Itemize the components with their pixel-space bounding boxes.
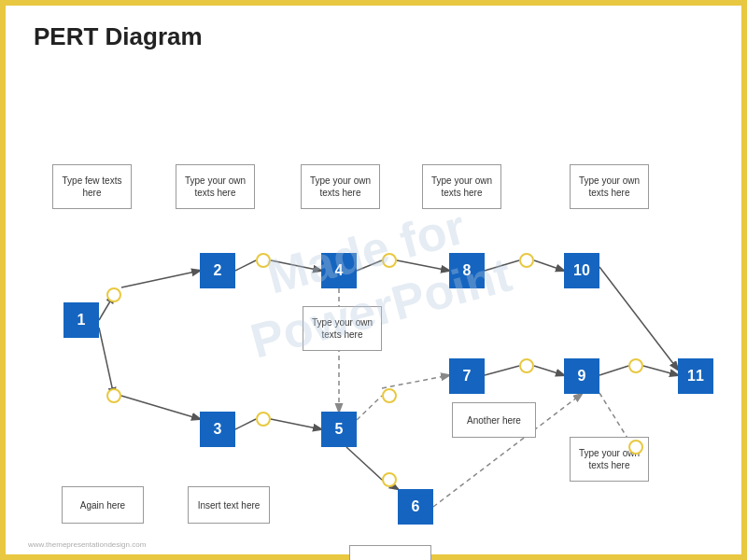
svg-line-21 — [599, 267, 678, 370]
svg-line-3 — [121, 396, 200, 419]
svg-line-20 — [643, 366, 678, 375]
circle-11 — [628, 440, 643, 455]
node-3: 3 — [200, 412, 235, 447]
circle-2 — [106, 388, 121, 403]
node-8: 8 — [449, 253, 485, 288]
label-type-own-4: Type your own texts here — [570, 164, 649, 209]
circle-1 — [106, 287, 121, 302]
svg-line-13 — [382, 375, 449, 388]
label-type-own-2: Type your own texts here — [301, 164, 380, 209]
svg-line-10 — [485, 260, 519, 271]
label-type-few: Type few texts here — [52, 164, 132, 209]
circle-6 — [382, 388, 397, 403]
label-again: Again here — [62, 486, 144, 524]
node-2: 2 — [200, 253, 235, 288]
circle-5 — [382, 253, 397, 268]
node-6: 6 — [398, 489, 433, 525]
pert-diagram: 1 2 3 4 5 6 7 8 9 10 11 Type few texts h… — [24, 71, 734, 547]
circle-3 — [256, 253, 271, 268]
circle-4 — [256, 412, 271, 427]
node-4: 4 — [321, 253, 357, 288]
svg-line-19 — [599, 366, 628, 375]
label-here-as-well: Here as well — [349, 545, 431, 560]
svg-line-11 — [534, 260, 564, 271]
svg-line-7 — [271, 419, 321, 429]
circle-10 — [628, 358, 643, 373]
node-5: 5 — [321, 412, 357, 447]
label-type-own-3: Type your own texts here — [422, 164, 501, 209]
circle-8 — [519, 253, 534, 268]
svg-line-12 — [357, 396, 382, 420]
circle-9 — [519, 358, 534, 373]
svg-line-1 — [121, 271, 200, 287]
circle-7 — [382, 472, 397, 487]
svg-line-5 — [271, 260, 321, 271]
node-7: 7 — [449, 358, 485, 394]
node-11: 11 — [678, 358, 713, 394]
svg-line-17 — [485, 366, 519, 375]
node-9: 9 — [564, 358, 599, 394]
svg-line-18 — [534, 366, 564, 375]
svg-line-6 — [235, 419, 256, 429]
svg-line-9 — [397, 260, 449, 271]
svg-line-15 — [346, 447, 382, 480]
slide-title: PERT Diagram — [34, 22, 203, 51]
node-10: 10 — [564, 253, 599, 288]
label-type-own-mid: Type your own texts here — [303, 306, 382, 351]
slide-container: PERT Diagram Made for PowerPoint — [0, 0, 747, 560]
svg-line-23 — [599, 393, 628, 440]
svg-line-8 — [357, 260, 382, 271]
footer-credit: www.themepresentationdesign.com — [28, 540, 146, 549]
label-insert: Insert text here — [188, 486, 270, 524]
svg-line-4 — [235, 260, 256, 271]
label-another: Another here — [452, 402, 536, 438]
node-1: 1 — [63, 302, 99, 338]
svg-line-2 — [99, 328, 114, 396]
label-type-own-1: Type your own texts here — [176, 164, 255, 209]
